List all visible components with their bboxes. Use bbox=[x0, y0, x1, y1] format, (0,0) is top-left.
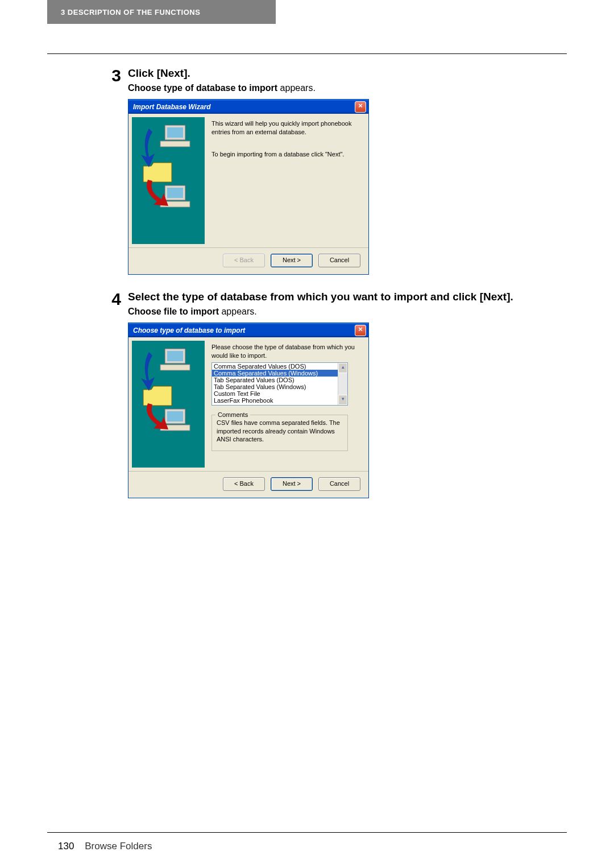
wizard-graphic bbox=[132, 341, 205, 468]
step-4: 4 Select the type of database from which… bbox=[47, 291, 567, 498]
top-rule bbox=[47, 53, 567, 54]
list-item[interactable]: Custom Text File bbox=[212, 390, 338, 397]
svg-rect-5 bbox=[167, 188, 183, 198]
comments-label: Comments bbox=[215, 411, 250, 419]
titlebar[interactable]: Import Database Wizard × bbox=[128, 100, 368, 114]
svg-rect-9 bbox=[160, 365, 190, 370]
list-item[interactable]: Comma Separated Values (DOS) bbox=[212, 363, 338, 370]
svg-marker-10 bbox=[143, 386, 172, 406]
arrow-down-icon bbox=[141, 129, 155, 167]
step-3: 3 Click [Next]. Choose type of database … bbox=[47, 67, 567, 275]
cancel-button[interactable]: Cancel bbox=[318, 254, 360, 267]
step-number: 4 bbox=[47, 291, 128, 498]
scroll-down-icon[interactable]: ▾ bbox=[338, 395, 347, 405]
back-button[interactable]: < Back bbox=[223, 477, 265, 491]
wizard-graphic bbox=[132, 117, 205, 244]
list-item[interactable]: Comma Separated Values (Windows) bbox=[212, 370, 338, 377]
button-row: < Back Next > Cancel bbox=[128, 471, 368, 498]
footer: 130 Browse Folders bbox=[58, 841, 152, 852]
list-item[interactable]: Tab Separated Values (Windows) bbox=[212, 383, 338, 390]
database-type-list[interactable]: Comma Separated Values (DOS)Comma Separa… bbox=[211, 362, 348, 406]
content-area: 3 Click [Next]. Choose type of database … bbox=[47, 57, 567, 498]
step-subtitle: Choose type of database to import appear… bbox=[128, 83, 567, 93]
svg-marker-3 bbox=[143, 163, 172, 182]
scrollbar[interactable]: ▴ ▾ bbox=[338, 363, 347, 405]
titlebar[interactable]: Choose type of database to import × bbox=[128, 323, 368, 337]
next-button[interactable]: Next > bbox=[271, 477, 313, 491]
page-number: 130 bbox=[58, 841, 74, 852]
step-title: Select the type of database from which y… bbox=[128, 291, 567, 303]
svg-rect-1 bbox=[167, 127, 183, 138]
close-icon[interactable]: × bbox=[355, 325, 366, 336]
svg-rect-2 bbox=[160, 141, 190, 147]
step-title: Click [Next]. bbox=[128, 67, 567, 80]
footer-rule bbox=[47, 832, 567, 833]
button-row: < Back Next > Cancel bbox=[128, 247, 368, 274]
dialog-body-text: Please choose the type of database from … bbox=[208, 337, 368, 471]
back-button: < Back bbox=[223, 254, 265, 267]
footer-section: Browse Folders bbox=[85, 841, 152, 852]
svg-rect-8 bbox=[167, 351, 183, 361]
document-page: 3 DESCRIPTION OF THE FUNCTIONS 3 Click [… bbox=[0, 0, 614, 868]
next-button[interactable]: Next > bbox=[271, 254, 313, 267]
dialog-title: Import Database Wizard bbox=[133, 103, 211, 111]
step-number: 3 bbox=[47, 67, 128, 275]
scroll-up-icon[interactable]: ▴ bbox=[338, 363, 347, 373]
section-header: 3 DESCRIPTION OF THE FUNCTIONS bbox=[47, 0, 276, 24]
list-item[interactable]: LaserFax Phonebook bbox=[212, 397, 338, 404]
close-icon[interactable]: × bbox=[355, 101, 366, 113]
arrow-down-icon bbox=[141, 352, 155, 391]
comments-text: CSV files have comma separated fields. T… bbox=[217, 419, 343, 444]
dialog-body-text: This wizard will help you quickly import… bbox=[208, 114, 368, 247]
comments-group: Comments CSV files have comma separated … bbox=[211, 415, 348, 452]
svg-rect-12 bbox=[167, 411, 183, 421]
cancel-button[interactable]: Cancel bbox=[318, 477, 360, 491]
dialog-title: Choose type of database to import bbox=[133, 326, 245, 334]
choose-type-dialog: Choose type of database to import × bbox=[128, 323, 369, 498]
import-wizard-dialog: Import Database Wizard × bbox=[128, 99, 369, 275]
list-item[interactable]: Tab Separated Values (DOS) bbox=[212, 377, 338, 383]
step-subtitle: Choose file to import appears. bbox=[128, 307, 567, 317]
